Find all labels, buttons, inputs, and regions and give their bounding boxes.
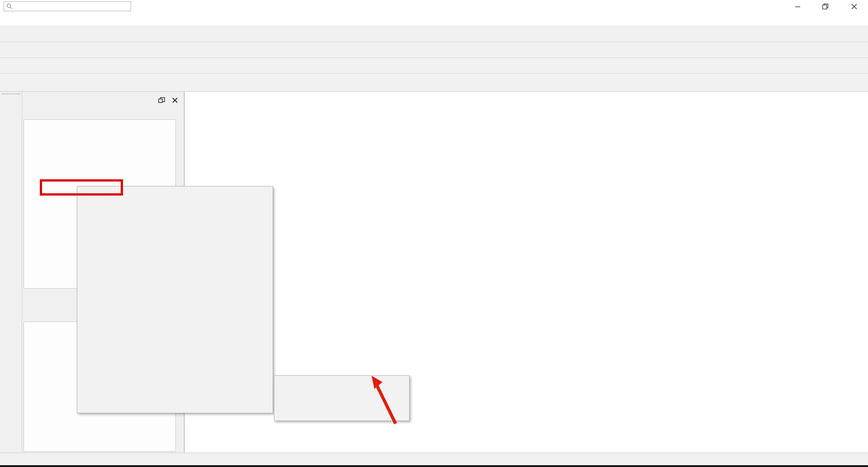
manage-layers-toolbar [0,92,22,453]
annotation-red-arrow [362,375,407,429]
layer-panel-float-button[interactable] [156,95,166,105]
locator-search-box[interactable] [4,1,131,11]
restore-button[interactable] [815,0,835,13]
menu-bar [0,13,868,25]
annotation-red-rectangle [40,179,123,196]
toolbar-area [0,25,868,92]
taskbar-strip [0,465,868,467]
search-icon [6,3,13,9]
layer-context-menu [77,186,273,413]
layer-panel-title [22,94,184,106]
layer-panel-close-button[interactable] [170,95,180,105]
minimize-button[interactable] [788,0,808,13]
status-bar [0,453,868,465]
close-button[interactable] [844,0,864,13]
